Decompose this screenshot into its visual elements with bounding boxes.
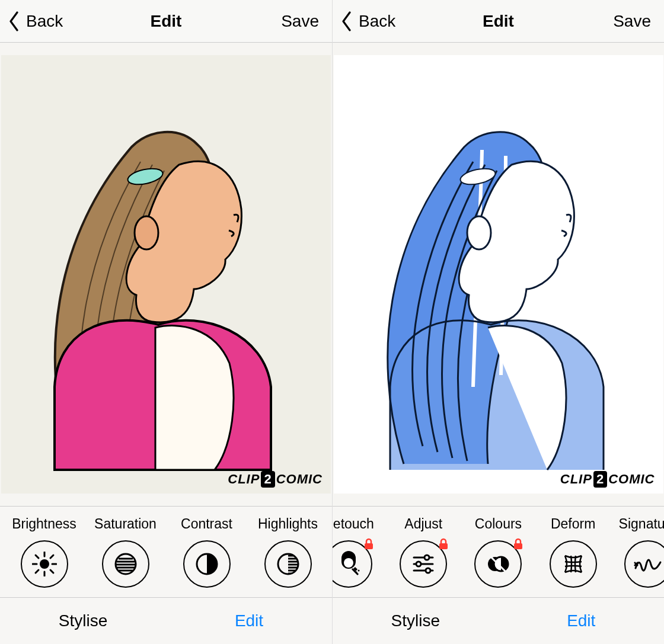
back-label: Back <box>359 12 395 31</box>
lock-icon <box>436 537 451 551</box>
chevron-left-icon <box>341 11 353 31</box>
watermark: CLIP 2 COMIC <box>228 471 323 488</box>
tool-deform[interactable]: Deform <box>541 516 606 588</box>
image-canvas-area[interactable]: CLIP 2 COMIC <box>333 43 664 506</box>
saturation-icon <box>113 552 138 576</box>
chevron-left-icon <box>8 11 20 31</box>
svg-line-9 <box>50 570 53 573</box>
brightness-icon <box>32 552 57 576</box>
highlights-icon <box>276 552 301 576</box>
page-title: Edit <box>110 12 222 31</box>
svg-line-11 <box>36 570 39 573</box>
right-pane: Back Edit Save <box>332 0 664 644</box>
tool-label: Signature <box>615 516 664 532</box>
svg-point-27 <box>358 570 360 572</box>
save-button[interactable]: Save <box>222 12 332 31</box>
lock-icon <box>362 537 376 551</box>
back-button[interactable]: Back <box>0 11 110 31</box>
top-nav-bar: Back Edit Save <box>0 0 332 43</box>
svg-rect-35 <box>439 543 448 549</box>
wm-part-c: COMIC <box>276 472 323 487</box>
svg-point-34 <box>426 568 430 573</box>
svg-point-25 <box>344 558 353 568</box>
svg-point-30 <box>424 555 429 560</box>
svg-point-24 <box>467 216 491 249</box>
svg-line-10 <box>50 555 53 558</box>
page-title: Edit <box>442 12 554 31</box>
tab-edit[interactable]: Edit <box>499 598 665 644</box>
tool-retouch[interactable]: Retouch <box>333 516 381 588</box>
bottom-tabs: Stylise Edit <box>0 598 332 644</box>
wm-part-a: CLIP <box>228 472 260 487</box>
tool-label: Adjust <box>391 516 456 532</box>
lock-icon <box>661 537 664 551</box>
edited-image <box>1 55 331 494</box>
svg-rect-39 <box>514 543 522 549</box>
save-button[interactable]: Save <box>555 12 664 31</box>
tool-adjust[interactable]: Adjust <box>391 516 456 588</box>
tab-edit[interactable]: Edit <box>166 598 332 644</box>
signature-icon <box>633 554 663 574</box>
tool-colours[interactable]: Colours <box>465 516 531 588</box>
tool-label: Deform <box>541 516 606 532</box>
svg-rect-28 <box>365 543 373 549</box>
tool-label: Brightness <box>12 516 77 532</box>
svg-line-8 <box>36 555 39 558</box>
back-label: Back <box>26 12 63 31</box>
tool-label: Highlights <box>256 516 321 532</box>
tool-saturation[interactable]: Saturation <box>93 516 158 588</box>
adjust-icon <box>410 551 436 577</box>
wm-part-a: CLIP <box>560 472 592 487</box>
tool-label: Saturation <box>93 516 158 532</box>
tool-signature[interactable]: Signature <box>615 516 664 588</box>
tool-row: Retouch Adjust <box>333 506 664 598</box>
tool-row: Brightness Saturation <box>0 506 332 598</box>
edited-image <box>334 55 663 494</box>
lock-icon <box>511 537 525 551</box>
back-button[interactable]: Back <box>333 11 442 31</box>
wm-part-c: COMIC <box>608 472 655 487</box>
colours-icon <box>485 551 511 577</box>
contrast-icon <box>194 552 219 576</box>
tool-label: Retouch <box>333 516 381 532</box>
svg-point-32 <box>416 562 421 566</box>
tool-contrast[interactable]: Contrast <box>174 516 240 588</box>
watermark: CLIP 2 COMIC <box>560 471 655 488</box>
tool-label: Colours <box>465 516 531 532</box>
deform-icon <box>560 551 586 577</box>
svg-point-3 <box>40 559 49 569</box>
tool-highlights[interactable]: Highlights <box>256 516 321 588</box>
bottom-tabs: Stylise Edit <box>333 598 664 644</box>
tab-stylise[interactable]: Stylise <box>0 598 166 644</box>
retouch-icon <box>336 551 362 577</box>
wm-part-b: 2 <box>593 471 607 488</box>
top-nav-bar: Back Edit Save <box>333 0 664 43</box>
svg-point-2 <box>135 216 158 249</box>
left-pane: Back Edit Save <box>0 0 332 644</box>
svg-point-26 <box>356 572 357 573</box>
tool-brightness[interactable]: Brightness <box>12 516 77 588</box>
tool-label: Contrast <box>174 516 240 532</box>
image-canvas-area[interactable]: CLIP 2 COMIC <box>0 43 332 506</box>
tab-stylise[interactable]: Stylise <box>333 598 499 644</box>
wm-part-b: 2 <box>261 471 274 488</box>
